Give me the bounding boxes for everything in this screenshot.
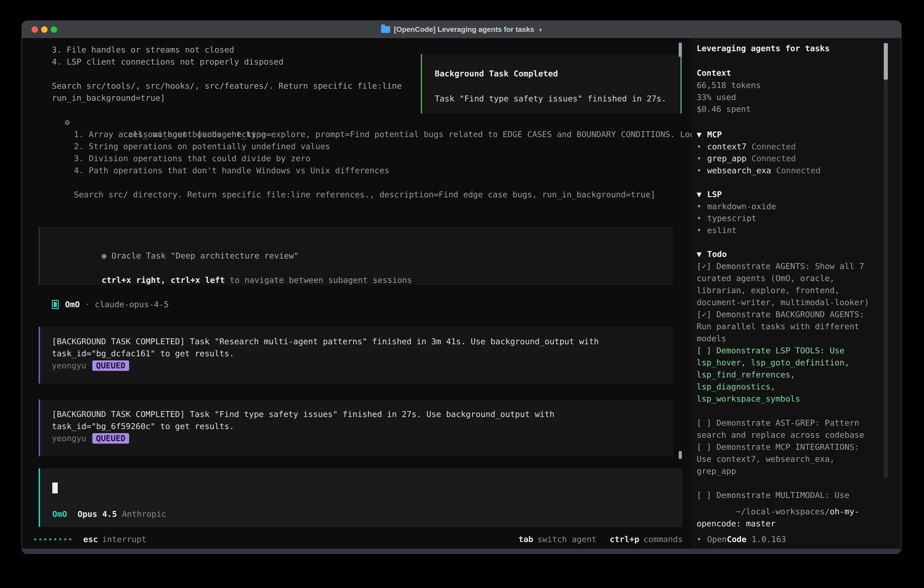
tab-key-hint: tab [518, 535, 533, 544]
agent-session-header[interactable]: OmO · claude-opus-4-5 [52, 298, 169, 311]
zoom-window-button[interactable] [51, 26, 57, 33]
close-window-button[interactable] [31, 26, 38, 33]
text-line: 3. File handles or streams not closed [52, 44, 284, 56]
green-dot-icon: • [696, 152, 707, 164]
status-badge: QUEUED [92, 433, 129, 444]
session-sidebar: Leveraging agents for tasks Context 66,5… [691, 38, 901, 549]
oracle-shortcut-hint: ctrl+x right, ctrl+x left to navigate be… [52, 262, 673, 274]
half-circle-spinner-icon: ◑ [538, 26, 542, 33]
shortcut-keys: ctrl+x right, ctrl+x left [102, 275, 225, 285]
todo-list: [✓] Demonstrate AGENTS: Show all 7 curat… [696, 260, 878, 501]
record-circle-icon: ◉ [102, 251, 107, 260]
lsp-item: • typescript [696, 212, 756, 224]
window-titlebar[interactable]: [OpenCode] Leveraging agents for tasks ◑ [22, 21, 901, 38]
main-scrollbar-thumb[interactable] [679, 43, 682, 57]
tool-call-line: Search src/ directory. Return specific f… [74, 188, 719, 201]
agent-square-icon [52, 300, 59, 309]
agent-name: OmO [65, 300, 80, 309]
text-line: run_in_background=true] [52, 92, 402, 104]
context-used: 33% used [696, 92, 736, 102]
minimize-window-button[interactable] [41, 26, 48, 33]
task-meta-row: yeongyu QUEUED [52, 432, 673, 444]
background-task-message: [BACKGROUND TASK COMPLETED] Task "Find t… [39, 400, 673, 456]
status-bar: esc interrupt tab switch agent ctrl+p co… [52, 533, 683, 545]
main-scrollbar-thumb[interactable] [679, 451, 682, 459]
context-header: Context [696, 68, 731, 78]
mcp-item: • websearch_exa Connected [696, 164, 820, 177]
tool-call-line: 2. String operations on potentially unde… [74, 140, 719, 152]
mcp-item: • grep_app Connected [696, 152, 796, 164]
terminal-content: 3. File handles or streams not closed 4.… [22, 38, 901, 549]
blank-line [74, 177, 719, 188]
status-badge: QUEUED [92, 360, 129, 371]
lsp-item: • eslint [696, 224, 737, 236]
lsp-section-header[interactable]: ▼ LSP [696, 188, 722, 200]
green-dot-icon: • [696, 533, 707, 545]
shortcut-description: to navigate between subagent sessions [225, 275, 412, 285]
tool-call-line: 4. Path operations that don't handle Win… [74, 164, 719, 177]
username: yeongyu [52, 361, 86, 370]
background-task-toast[interactable]: Background Task Completed Task "Find typ… [421, 54, 681, 114]
window-bottom-frame [22, 549, 901, 553]
todo-section-header[interactable]: ▼ Todo [696, 248, 727, 260]
task-message-line: task_id="bg_6f59260c" to get results. [52, 420, 673, 432]
ctrlp-key-label: commands [644, 535, 683, 544]
green-dot-icon: • [696, 224, 707, 236]
mcp-section-header[interactable]: ▼ MCP [696, 129, 722, 140]
status-bar-right: tab switch agent ctrl+p commands [518, 535, 683, 544]
todo-item-pending: [ ] Demonstrate AST-GREP: Pattern search… [696, 417, 878, 441]
chevron-down-icon: ▼ [696, 188, 707, 200]
text-cursor [52, 482, 58, 494]
tool-call-line: ⚙call_omo_agent [subagent_type=explore, … [74, 116, 719, 128]
task-message-line: task_id="bg_dcfac161" to get results. [52, 347, 673, 360]
session-title: Leveraging agents for tasks [696, 44, 830, 53]
esc-key-label: interrupt [102, 535, 147, 544]
folder-icon [381, 26, 390, 33]
green-dot-icon: • [696, 200, 707, 212]
text-line: 4. LSP client connections not properly d… [52, 56, 284, 68]
assistant-text-block: 3. File handles or streams not closed 4.… [52, 44, 284, 68]
separator-dot: · [85, 300, 90, 309]
app-window: [OpenCode] Leveraging agents for tasks ◑… [21, 20, 901, 554]
esc-key-hint: esc [83, 535, 98, 544]
toast-body: Task "Find type safety issues" finished … [435, 94, 668, 104]
username: yeongyu [52, 434, 86, 443]
task-meta-row: yeongyu QUEUED [52, 360, 673, 372]
mcp-item: • context7 Connected [696, 140, 796, 153]
chevron-down-icon: ▼ [696, 248, 707, 260]
tab-key-label: switch agent [537, 535, 596, 544]
text-line: Search src/tools/, src/hooks/, src/featu… [52, 80, 402, 92]
tool-call-line: 3. Division operations that could divide… [74, 152, 719, 164]
opencode-version-row: • OpenCode 1.0.163 [696, 533, 786, 545]
window-title: [OpenCode] Leveraging agents for tasks [394, 25, 534, 34]
provider-label: Anthropic [122, 509, 166, 519]
agent-model: claude-opus-4-5 [95, 300, 169, 309]
assistant-text-block: Search src/tools/, src/hooks/, src/featu… [52, 80, 402, 104]
task-message-line: [BACKGROUND TASK COMPLETED] Task "Resear… [52, 335, 673, 347]
green-dot-icon: • [696, 140, 707, 153]
context-spent: $0.46 spent [696, 104, 751, 114]
active-agent-label: OmO [52, 509, 67, 519]
todo-item-pending: [ ] Demonstrate MCP INTEGRATIONS: Use co… [696, 441, 878, 477]
sidebar-scrollbar-thumb[interactable] [884, 43, 888, 79]
todo-item-done: [✓] Demonstrate BACKGROUND AGENTS: Run p… [696, 308, 878, 345]
model-selector-row[interactable]: OmO Opus 4.5 Anthropic [52, 508, 683, 520]
activity-spinner-dots [34, 538, 71, 540]
background-task-message: [BACKGROUND TASK COMPLETED] Task "Resear… [39, 327, 673, 383]
chevron-down-icon: ▼ [696, 129, 707, 140]
gear-icon: ⚙ [65, 116, 70, 128]
prompt-input[interactable]: OmO Opus 4.5 Anthropic [39, 468, 683, 527]
green-dot-icon: • [696, 212, 707, 224]
ctrlp-key-hint: ctrl+p [610, 535, 639, 544]
sidebar-scrollbar-track[interactable] [884, 43, 888, 478]
tool-call-block: ⚙call_omo_agent [subagent_type=explore, … [74, 116, 719, 201]
active-model-label: Opus 4.5 [78, 509, 117, 519]
window-title-group: [OpenCode] Leveraging agents for tasks ◑ [381, 25, 542, 34]
oracle-task-title: ◉Oracle Task "Deep architecture review" [52, 238, 673, 249]
chat-main-pane: 3. File handles or streams not closed 4.… [22, 38, 691, 549]
green-dot-icon: • [696, 164, 707, 177]
todo-item-current: [ ] Demonstrate LSP TOOLS: Use lsp_hover… [696, 345, 878, 405]
task-message-line: [BACKGROUND TASK COMPLETED] Task "Find t… [52, 408, 673, 420]
oracle-task-card[interactable]: ◉Oracle Task "Deep architecture review" … [39, 227, 673, 285]
context-tokens: 66,518 tokens [696, 81, 761, 90]
